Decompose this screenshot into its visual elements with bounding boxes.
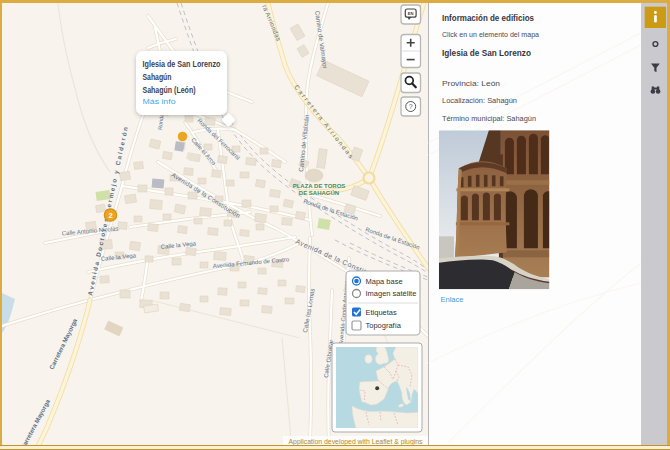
svg-text:Topografía: Topografía (366, 321, 402, 330)
svg-text:Imagen satélite: Imagen satélite (366, 289, 417, 298)
svg-text:Término municipal: Sahagún: Término municipal: Sahagún (442, 114, 536, 123)
svg-text:Click en un elemento del mapa: Click en un elemento del mapa (442, 30, 539, 39)
svg-text:Enlace: Enlace (441, 295, 464, 304)
svg-text:Mapa base: Mapa base (366, 277, 403, 286)
svg-text:Localización: Sahagún: Localización: Sahagún (442, 96, 517, 105)
svg-text:PLAZA DE TOROS: PLAZA DE TOROS (293, 183, 346, 189)
svg-text:Información de edificios: Información de edificios (442, 13, 534, 23)
svg-text:2: 2 (108, 211, 112, 220)
svg-text:Más info: Más info (143, 97, 176, 106)
svg-text:Provincia: León: Provincia: León (442, 79, 500, 88)
svg-text:Etiquetas: Etiquetas (366, 308, 398, 317)
svg-text:DE SAHAGÚN: DE SAHAGÚN (299, 190, 339, 196)
svg-text:Sahagún (León): Sahagún (León) (143, 86, 196, 95)
svg-text:?: ? (409, 103, 413, 110)
svg-text:Sahagún: Sahagún (143, 73, 172, 82)
svg-text:Iglesia de San Lorenzo: Iglesia de San Lorenzo (442, 48, 531, 58)
svg-text:EN: EN (408, 11, 414, 16)
svg-text:Iglesia de San Lorenzo: Iglesia de San Lorenzo (143, 60, 221, 69)
